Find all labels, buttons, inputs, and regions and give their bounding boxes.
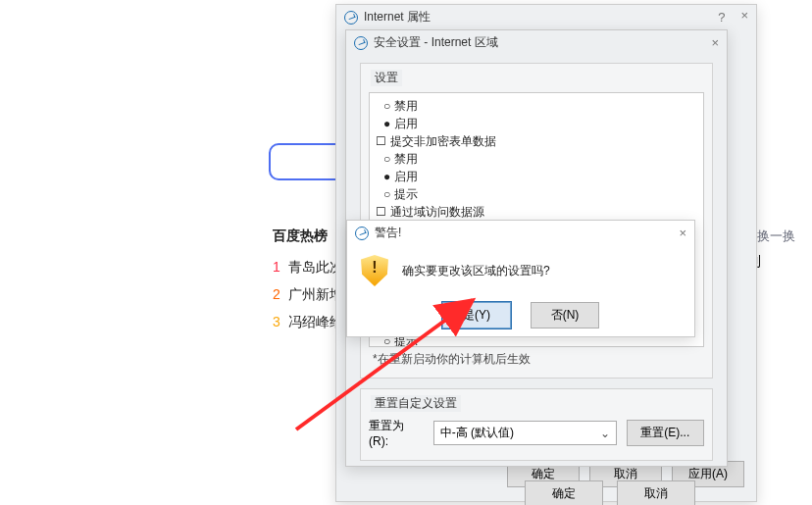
restart-note: *在重新启动你的计算机后生效	[373, 351, 704, 368]
group-label: 设置	[371, 70, 402, 86]
no-button[interactable]: 否(N)	[531, 302, 599, 328]
close-icon[interactable]: ×	[679, 227, 686, 239]
hot-item[interactable]: 2广州新增	[273, 286, 343, 304]
ie-icon	[354, 36, 368, 50]
option-radio[interactable]: 启用	[383, 115, 697, 132]
reset-button[interactable]: 重置(E)...	[627, 420, 705, 446]
hot-item[interactable]: 1青岛此次	[273, 259, 343, 277]
ie-icon	[355, 227, 369, 240]
warning-shield-icon	[361, 255, 388, 286]
hot-list: 百度热榜 1青岛此次 2广州新增 3冯绍峰给	[273, 227, 343, 341]
option-radio[interactable]: 提示	[383, 185, 697, 203]
titlebar[interactable]: 安全设置 - Internet 区域 ×	[346, 30, 727, 55]
option-radio[interactable]: 禁用	[383, 97, 697, 115]
titlebar[interactable]: Internet 属性 ? ×	[336, 5, 756, 29]
close-icon[interactable]: ×	[711, 37, 719, 49]
reset-group: 重置自定义设置 重置为(R): 中-高 (默认值) 重置(E)...	[360, 388, 713, 461]
reset-level-combobox[interactable]: 中-高 (默认值)	[433, 421, 617, 445]
hot-title: 百度热榜	[273, 227, 343, 245]
warning-dialog: 警告! × 确实要更改该区域的设置吗? 是(Y) 否(N)	[346, 220, 695, 337]
warning-message: 确实要更改该区域的设置吗?	[402, 263, 550, 279]
close-icon[interactable]: ×	[740, 10, 748, 25]
option-group: 提交非加密表单数据	[376, 132, 697, 150]
option-radio[interactable]: 禁用	[383, 150, 697, 168]
reset-to-label: 重置为(R):	[369, 418, 424, 448]
titlebar[interactable]: 警告! ×	[347, 221, 694, 245]
window-title: Internet 属性	[364, 9, 431, 25]
dialog-button-row: 确定 取消	[360, 471, 713, 505]
ok-button[interactable]: 确定	[525, 480, 603, 505]
option-radio[interactable]: 启用	[383, 168, 697, 185]
option-group: 通过域访问数据源	[376, 203, 697, 221]
hot-item[interactable]: 3冯绍峰给	[273, 314, 343, 331]
help-button[interactable]: ?	[718, 10, 725, 25]
ie-icon	[344, 11, 358, 25]
cancel-button[interactable]: 取消	[617, 480, 695, 505]
group-label: 重置自定义设置	[371, 395, 461, 412]
yes-button[interactable]: 是(Y)	[442, 302, 511, 328]
window-title: 警告!	[375, 225, 401, 241]
window-title: 安全设置 - Internet 区域	[374, 34, 498, 51]
